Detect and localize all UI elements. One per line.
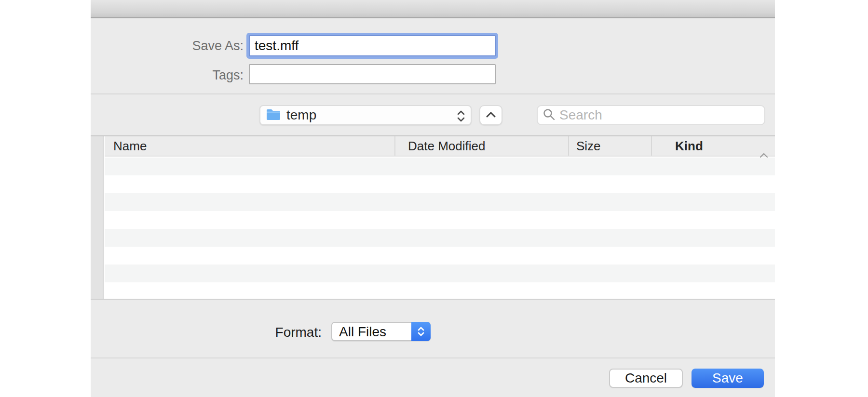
format-label: Format: <box>91 325 322 340</box>
table-row <box>105 247 775 265</box>
tags-label: Tags: <box>91 68 244 83</box>
tags-input[interactable] <box>249 64 496 84</box>
save-dialog: Save As: Tags: temp <box>91 0 775 397</box>
table-row <box>105 211 775 229</box>
sidebar-strip <box>91 136 104 299</box>
folder-icon <box>266 108 281 122</box>
column-header-kind[interactable]: Kind <box>651 136 775 156</box>
save-as-label: Save As: <box>91 39 244 53</box>
cancel-button[interactable]: Cancel <box>609 369 683 388</box>
column-header-name[interactable]: Name <box>105 136 394 156</box>
table-row <box>105 229 775 247</box>
location-popup[interactable]: temp <box>259 105 472 125</box>
save-as-input[interactable] <box>249 35 496 56</box>
file-list[interactable] <box>105 158 775 299</box>
table-row <box>105 265 775 282</box>
column-header-date-modified[interactable]: Date Modified <box>394 136 568 156</box>
footer-divider <box>91 357 775 358</box>
save-button[interactable]: Save <box>692 369 764 388</box>
section-divider <box>91 93 775 94</box>
navigate-up-button[interactable] <box>479 105 502 125</box>
window-titlebar <box>91 0 775 18</box>
file-browser: Name Date Modified Size Kind <box>91 135 775 300</box>
table-row <box>105 175 775 193</box>
table-header: Name Date Modified Size Kind <box>105 136 775 157</box>
search-icon <box>542 108 556 123</box>
location-value: temp <box>286 107 316 123</box>
search-field[interactable] <box>537 105 765 125</box>
format-popup[interactable]: All Files <box>331 322 431 341</box>
column-header-size[interactable]: Size <box>568 136 651 156</box>
table-row <box>105 282 775 299</box>
format-value: All Files <box>339 324 386 340</box>
chevron-up-down-icon <box>411 322 431 341</box>
chevron-up-down-icon <box>457 110 465 124</box>
chevron-up-icon <box>486 111 496 119</box>
table-row <box>105 193 775 211</box>
search-input[interactable] <box>559 107 743 123</box>
table-row <box>105 158 775 175</box>
